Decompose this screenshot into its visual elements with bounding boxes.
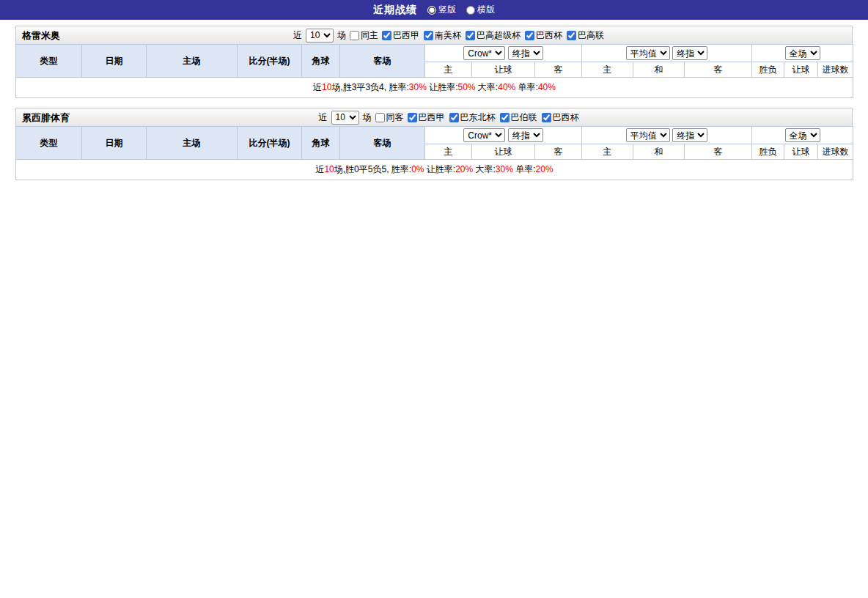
summary-stat-label: 大率: <box>473 164 496 174</box>
horizontal-radio-input[interactable] <box>466 6 475 15</box>
league-label: 巴东北杯 <box>460 111 496 124</box>
league-checkbox[interactable] <box>424 31 433 40</box>
col-asian-handicap: 让球 <box>472 144 535 160</box>
section-header: 格雷米奥 近 10 场 同主 巴西甲南美杯巴高超级杯巴西杯巴高联 <box>15 26 853 44</box>
col-date: 日期 <box>82 127 147 160</box>
col-away: 客场 <box>340 127 425 160</box>
bookmaker-select[interactable]: Crow* <box>463 128 505 142</box>
league-checkbox[interactable] <box>408 113 417 122</box>
league-label: 巴高联 <box>578 29 604 42</box>
summary-stat-label: 近 <box>313 82 322 92</box>
league-checkbox[interactable] <box>382 31 391 40</box>
league-label: 巴西甲 <box>393 29 419 42</box>
euro-stage-select[interactable]: 终指 <box>672 128 707 142</box>
summary-stat-label: 单率: <box>513 164 536 174</box>
col-away: 客场 <box>340 45 425 78</box>
league-filter[interactable]: 巴西杯 <box>525 29 562 42</box>
summary-stat-label: 单率: <box>515 82 538 92</box>
average-select[interactable]: 平均值 <box>626 46 670 60</box>
col-asian-home: 主 <box>425 144 472 160</box>
recent-count-select[interactable]: 10 <box>331 111 359 125</box>
league-label: 南美杯 <box>435 29 461 42</box>
league-filter[interactable]: 巴西甲 <box>408 111 445 124</box>
summary-stat-value: 20% <box>455 164 473 174</box>
recent-count-select[interactable]: 10 <box>306 29 334 43</box>
record-summary: 近10场,胜3平3负4, 胜率:30% 让胜率:50% 大率:40% 单率:40… <box>16 78 853 98</box>
col-euro-draw: 和 <box>633 144 685 160</box>
league-checkbox[interactable] <box>567 31 576 40</box>
scope-select-cell: 全场 <box>752 45 853 62</box>
league-checkbox[interactable] <box>449 113 459 122</box>
league-filter[interactable]: 巴东北杯 <box>449 111 496 124</box>
vertical-radio-input[interactable] <box>427 6 436 15</box>
section-header: 累西腓体育 近 10 场 同客 巴西甲巴东北杯巴伯联巴西杯 <box>15 108 853 126</box>
average-select[interactable]: 平均值 <box>626 128 670 142</box>
league-label: 巴西杯 <box>536 29 562 42</box>
summary-stat-value: 40% <box>538 82 556 92</box>
same-venue-checkbox[interactable] <box>375 113 385 122</box>
league-filter[interactable]: 南美杯 <box>424 29 461 42</box>
col-home: 主场 <box>147 45 238 78</box>
scope-select[interactable]: 全场 <box>785 128 820 142</box>
scope-select[interactable]: 全场 <box>785 46 820 60</box>
same-venue-label: 同客 <box>386 111 404 124</box>
col-asian-handicap: 让球 <box>472 62 535 78</box>
summary-stat-label: 场,胜3平3负4, 胜率: <box>331 82 408 92</box>
same-venue-checkbox[interactable] <box>350 31 359 40</box>
same-venue-filter[interactable]: 同客 <box>375 111 404 124</box>
col-corner: 角球 <box>302 45 340 78</box>
league-filter[interactable]: 巴高联 <box>567 29 604 42</box>
league-checkbox[interactable] <box>525 31 534 40</box>
league-label: 巴西杯 <box>553 111 579 124</box>
summary-stat-value: 50% <box>458 82 476 92</box>
summary-stat-value: 40% <box>498 82 515 92</box>
league-label: 巴伯联 <box>511 111 537 124</box>
col-type: 类型 <box>16 127 82 160</box>
league-checkbox[interactable] <box>542 113 551 122</box>
asian-stage-select[interactable]: 终指 <box>508 128 543 142</box>
col-score: 比分(半场) <box>238 127 302 160</box>
vertical-radio-label: 竖版 <box>438 4 456 16</box>
euro-stage-select[interactable]: 终指 <box>672 46 707 60</box>
league-filter[interactable]: 巴伯联 <box>500 111 537 124</box>
col-handicap-result: 让球 <box>784 144 818 160</box>
league-filter[interactable]: 巴西甲 <box>382 29 419 42</box>
summary-stat-label: 大率: <box>476 82 499 92</box>
matches-table: 类型 日期 主场 比分(半场) 角球 客场 Crow* 终指 平均值 终指 <box>15 126 853 180</box>
col-asian-away: 客 <box>535 62 582 78</box>
league-filter[interactable]: 巴高超级杯 <box>466 29 521 42</box>
games-label: 场 <box>337 29 346 42</box>
team-section-sport-recife: 累西腓体育 近 10 场 同客 巴西甲巴东北杯巴伯联巴西杯 <box>15 108 853 180</box>
league-filter[interactable]: 巴西杯 <box>542 111 579 124</box>
content: 格雷米奥 近 10 场 同主 巴西甲南美杯巴高超级杯巴西杯巴高联 <box>0 20 868 180</box>
team-section-gremio: 格雷米奥 近 10 场 同主 巴西甲南美杯巴高超级杯巴西杯巴高联 <box>15 26 853 98</box>
col-euro-draw: 和 <box>633 62 685 78</box>
col-euro-home: 主 <box>582 62 633 78</box>
summary-stat-value: 0% <box>411 164 424 174</box>
games-label: 场 <box>363 111 372 124</box>
col-home: 主场 <box>147 127 238 160</box>
league-checkbox[interactable] <box>500 113 510 122</box>
recent-label: 近 <box>293 29 302 42</box>
title-bar: 近期战绩 竖版 横版 <box>0 0 868 20</box>
bookmaker-select[interactable]: Crow* <box>463 46 505 60</box>
col-type: 类型 <box>16 45 82 78</box>
team-name: 格雷米奥 <box>22 26 60 45</box>
layout-radio-horizontal[interactable]: 横版 <box>466 4 495 16</box>
summary-stat-label: 让胜率: <box>424 164 455 174</box>
same-venue-label: 同主 <box>361 29 378 42</box>
col-goals: 进球数 <box>818 62 853 78</box>
scope-select-cell: 全场 <box>752 127 853 144</box>
summary-stat-label: 近 <box>315 164 324 174</box>
col-euro-away: 客 <box>685 144 752 160</box>
euro-odds-selects: 平均值 终指 <box>582 127 752 144</box>
asian-stage-select[interactable]: 终指 <box>508 46 543 60</box>
same-venue-filter[interactable]: 同主 <box>350 29 378 42</box>
league-checkbox[interactable] <box>466 31 475 40</box>
league-filters: 巴西甲巴东北杯巴伯联巴西杯 <box>408 111 579 124</box>
record-summary: 近10场,胜0平5负5, 胜率:0% 让胜率:20% 大率:30% 单率:20% <box>16 160 853 180</box>
summary-row: 近10场,胜3平3负4, 胜率:30% 让胜率:50% 大率:40% 单率:40… <box>16 78 853 98</box>
league-label: 巴高超级杯 <box>477 29 521 42</box>
asian-odds-selects: Crow* 终指 <box>425 127 582 144</box>
layout-radio-vertical[interactable]: 竖版 <box>427 4 456 16</box>
